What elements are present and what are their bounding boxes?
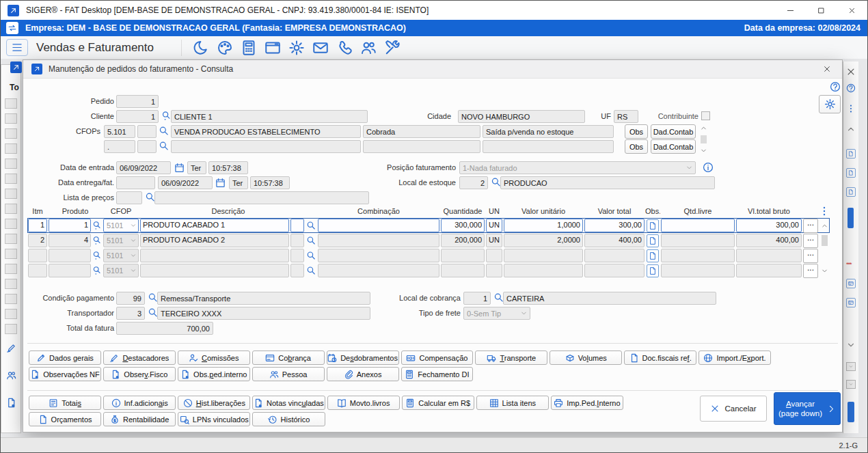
cell-valor-unitario[interactable] xyxy=(504,264,583,277)
local-cobranca-code-field[interactable]: 1 xyxy=(463,292,491,305)
cell-qtd-livre[interactable] xyxy=(661,249,735,262)
combinacao-search-icon[interactable] xyxy=(306,251,316,260)
phone-icon[interactable] xyxy=(336,40,353,56)
transportador-code-field[interactable]: 3 xyxy=(116,307,145,320)
info-icon[interactable] xyxy=(703,162,714,173)
import-export-button[interactable]: Import./Export. xyxy=(699,351,771,365)
notas-vinculadas-button[interactable]: Notas vinculadas xyxy=(252,396,325,410)
cfop-estoque-field[interactable]: Saída p/venda no estoque xyxy=(483,125,614,138)
item-row-3[interactable]: 5101... xyxy=(27,248,830,263)
cell-un[interactable]: UN xyxy=(486,219,502,232)
scroll-thumb[interactable] xyxy=(701,135,707,143)
cell-produto[interactable]: 4 xyxy=(49,234,91,247)
cell-produto[interactable] xyxy=(49,249,91,262)
condicao-pagamento-name-field[interactable]: Remessa/Transporte xyxy=(157,292,370,305)
anexos-button[interactable]: Anexos xyxy=(327,367,399,381)
scroll-thumb[interactable] xyxy=(822,235,828,246)
cell-un[interactable] xyxy=(486,264,502,277)
moon-icon[interactable] xyxy=(193,40,209,56)
desdobramentos-button[interactable]: Desdobramentos xyxy=(327,351,399,365)
produto-search-icon[interactable] xyxy=(92,266,102,275)
pedido-field[interactable]: 1 xyxy=(116,95,159,108)
cell-vl-total-bruto[interactable]: 300,00 xyxy=(736,219,802,232)
lista-precos-code-field[interactable] xyxy=(116,191,142,204)
row-more-button[interactable]: ... xyxy=(803,219,818,233)
cidade-field[interactable]: NOVO HAMBURGO xyxy=(458,110,585,123)
observacoes-nf-button[interactable]: Observações NF xyxy=(29,367,101,381)
destacadores-button[interactable]: Destacadores xyxy=(103,351,176,365)
cell-extra[interactable] xyxy=(290,219,304,232)
item-row-4[interactable]: 5101... xyxy=(27,263,830,278)
contribuinte-checkbox[interactable] xyxy=(701,111,710,120)
chevron-down-icon[interactable] xyxy=(700,147,707,154)
cell-valor-total[interactable]: 400,00 xyxy=(584,234,645,247)
scroll-up-icon[interactable] xyxy=(821,222,828,230)
settings-button[interactable] xyxy=(819,95,841,113)
historico-button[interactable]: Histórico xyxy=(252,412,325,426)
lista-itens-button[interactable]: Lista itens xyxy=(476,396,549,410)
cell-quantidade[interactable]: 200,000 xyxy=(441,234,485,247)
combinacao-search-icon[interactable] xyxy=(306,221,316,230)
cell-cfop[interactable]: 5101 xyxy=(103,234,139,247)
combinacao-search-icon[interactable] xyxy=(305,248,317,263)
cfop-estoque-field-2[interactable] xyxy=(483,140,614,153)
cell-cfop[interactable]: 5101 xyxy=(103,249,139,262)
cell-itm[interactable] xyxy=(28,264,47,277)
lista-precos-search-icon[interactable] xyxy=(145,192,155,202)
cfop-obs-button[interactable]: Obs xyxy=(625,124,648,139)
combinacao-search-icon[interactable] xyxy=(305,218,317,233)
cell-produto[interactable] xyxy=(49,264,91,277)
table-scrollbar[interactable] xyxy=(819,218,830,233)
item-row-1[interactable]: 115101PRODUTO ACABADO 1300,000UN1,000030… xyxy=(27,218,830,233)
cell-qtd-livre[interactable] xyxy=(661,219,735,232)
cell-extra[interactable] xyxy=(290,234,304,247)
data-entrega-time-field[interactable]: 10:57:38 xyxy=(250,176,290,189)
condicao-pagamento-search-icon[interactable] xyxy=(148,292,158,303)
advance-button[interactable]: Avançar (page down) xyxy=(774,392,841,425)
local-estoque-code-field[interactable]: 2 xyxy=(459,176,488,189)
combinacao-search-icon[interactable] xyxy=(305,263,317,278)
table-scrollbar[interactable] xyxy=(819,263,830,278)
cell-combinacao[interactable] xyxy=(318,264,439,277)
data-entrada-field[interactable]: 06/09/2022 xyxy=(116,161,171,174)
cell-un[interactable] xyxy=(486,249,502,262)
cell-valor-unitario[interactable] xyxy=(504,249,583,262)
help-icon[interactable] xyxy=(830,81,841,92)
cell-combinacao[interactable] xyxy=(318,249,439,262)
more-cell[interactable]: ... xyxy=(802,248,819,263)
combinacao-search-icon[interactable] xyxy=(305,233,317,248)
cfop-desc-field-2[interactable] xyxy=(171,140,361,153)
obs-cell[interactable] xyxy=(645,218,660,233)
inf-adicionais-button[interactable]: Inf.adicionais xyxy=(103,396,176,410)
pessoa-button[interactable]: Pessoa xyxy=(252,367,325,381)
dialog-close-button[interactable] xyxy=(812,60,842,78)
local-estoque-name-field[interactable]: PRODUCAO xyxy=(500,176,715,189)
cancel-button[interactable]: Cancelar xyxy=(700,396,767,422)
more-cell[interactable]: ... xyxy=(802,263,819,278)
menu-button[interactable] xyxy=(6,39,28,56)
produto-search-icon[interactable] xyxy=(92,248,103,263)
volumes-button[interactable]: Volumes xyxy=(550,351,622,365)
cell-combinacao[interactable] xyxy=(318,234,439,247)
cell-qtd-livre[interactable] xyxy=(661,264,735,277)
more-cell[interactable]: ... xyxy=(802,218,819,233)
tools-icon[interactable] xyxy=(384,40,401,56)
cfop-code2-field-2[interactable] xyxy=(137,140,157,153)
produto-search-icon[interactable] xyxy=(92,221,102,230)
transportador-name-field[interactable]: TERCEIRO XXXX xyxy=(157,307,370,320)
lpns-vinculados-button[interactable]: LPNs vinculados xyxy=(178,412,250,426)
combinacao-search-icon[interactable] xyxy=(306,266,316,275)
obs-cell[interactable] xyxy=(645,248,660,263)
close-window-button[interactable] xyxy=(837,1,867,20)
combinacao-search-icon[interactable] xyxy=(306,236,316,245)
cell-valor-unitario[interactable]: 1,0000 xyxy=(504,219,583,232)
transporte-button[interactable]: Transporte xyxy=(475,351,547,365)
local-cobranca-search-icon[interactable] xyxy=(493,292,504,303)
cell-valor-total[interactable] xyxy=(584,264,645,277)
calendar-icon[interactable] xyxy=(174,163,185,173)
obs-doc-icon[interactable] xyxy=(647,249,659,262)
obs-doc-icon[interactable] xyxy=(647,264,659,277)
cell-vl-total-bruto[interactable] xyxy=(736,264,802,277)
local-cobranca-name-field[interactable]: CARTEIRA xyxy=(503,292,716,305)
cell-cfop[interactable]: 5101 xyxy=(103,264,139,277)
